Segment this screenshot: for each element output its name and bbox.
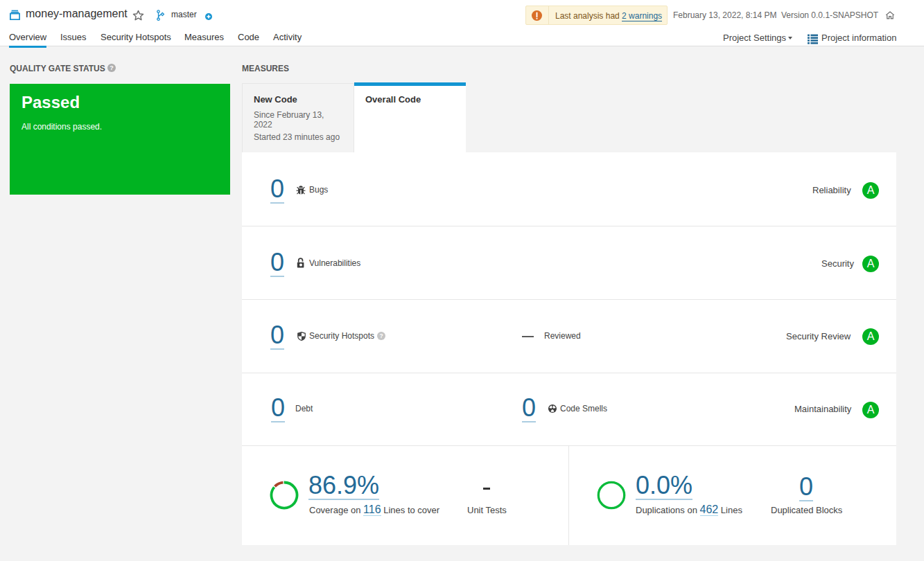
svg-text:?: ? bbox=[110, 64, 114, 71]
svg-text:?: ? bbox=[379, 332, 383, 339]
